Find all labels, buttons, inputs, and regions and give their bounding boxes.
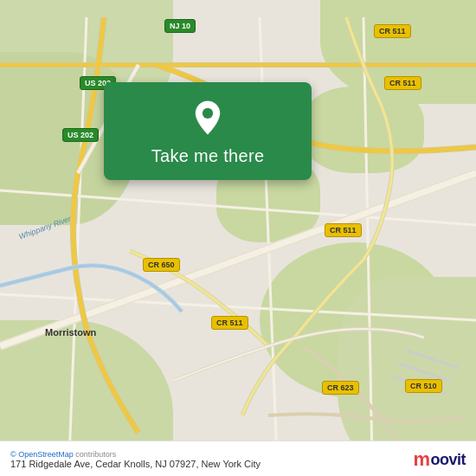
route-sign-cr510: CR 510 (405, 379, 442, 393)
route-sign-cr511-right: CR 511 (384, 76, 421, 90)
route-sign-nj10-top: NJ 10 (164, 19, 196, 33)
road-network (0, 0, 476, 476)
bottom-left-info: © OpenStreetMap contributors 171 Ridgeda… (10, 450, 261, 469)
bottom-bar: © OpenStreetMap contributors 171 Ridgeda… (0, 441, 476, 476)
location-pin-icon (189, 100, 227, 138)
route-sign-cr511-mid: CR 511 (325, 223, 362, 237)
route-sign-cr511-top-right: CR 511 (374, 24, 411, 38)
svg-line-11 (398, 363, 450, 381)
route-sign-cr623: CR 623 (322, 381, 359, 395)
address-text: 171 Ridgedale Ave, Cedar Knolls, NJ 0792… (10, 459, 261, 469)
map-container: NJ 10 NJ 10 US 202 US 202 CR 511 CR 511 … (0, 0, 476, 476)
route-sign-cr511-lower: CR 511 (211, 316, 248, 330)
route-sign-cr650: CR 650 (143, 258, 180, 272)
route-sign-us202-bottom: US 202 (62, 128, 99, 142)
location-card: Take me there (104, 82, 312, 180)
osm-credit: © OpenStreetMap contributors (10, 450, 261, 459)
moovit-m: m (413, 448, 429, 471)
svg-point-14 (203, 108, 213, 119)
morristown-label: Morristown (45, 327, 96, 338)
svg-line-12 (407, 351, 459, 368)
moovit-logo: moovit (413, 448, 466, 471)
take-me-there-button[interactable]: Take me there (151, 146, 265, 166)
